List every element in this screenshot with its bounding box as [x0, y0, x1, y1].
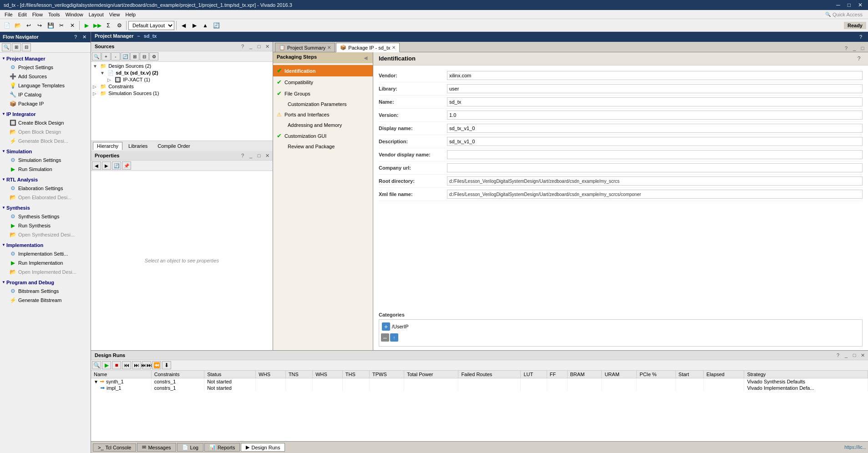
tab-libraries[interactable]: Libraries [124, 142, 152, 150]
library-input[interactable] [447, 84, 863, 93]
col-failed-routes[interactable]: Failed Routes [458, 371, 521, 378]
sources-add-button[interactable]: + [102, 52, 111, 60]
dr-minimize-button[interactable]: _ [843, 352, 850, 359]
ps-item-addressing-memory[interactable]: Addressing and Memory [273, 120, 373, 130]
nav-up-button[interactable]: ▲ [200, 20, 210, 30]
sidebar-item-package-ip[interactable]: 📦 Package IP [0, 99, 91, 108]
props-minimize-button[interactable]: _ [247, 152, 254, 159]
xml-file-name-input[interactable] [447, 190, 863, 199]
col-whs2[interactable]: WHS [313, 371, 343, 378]
col-ff[interactable]: FF [547, 371, 567, 378]
company-url-input[interactable] [447, 163, 863, 172]
tree-node-sd-tx[interactable]: ▼ 📄 sd_tx (sd_tx.v) (2) [99, 70, 272, 76]
flow-nav-collapse-button[interactable]: ⊟ [22, 43, 31, 51]
root-directory-input[interactable] [447, 176, 863, 186]
synth-button[interactable]: ⚙ [114, 20, 124, 30]
menu-file[interactable]: File [2, 11, 15, 18]
flow-nav-help-button[interactable]: ? [72, 33, 79, 40]
sources-close-button[interactable]: ✕ [264, 43, 271, 50]
nav-back-button[interactable]: ◀ [178, 20, 188, 30]
run-button[interactable]: ▶ [81, 20, 91, 30]
col-constraints[interactable]: Constraints [151, 371, 204, 378]
sidebar-item-open-implemented-design[interactable]: 📂 Open Implemented Desi... [0, 267, 91, 277]
col-status[interactable]: Status [204, 371, 256, 378]
delete-button[interactable]: ✕ [67, 20, 77, 30]
maximize-button[interactable]: □ [846, 2, 853, 8]
sources-expand-button[interactable]: ⊞ [130, 52, 139, 60]
redo-button[interactable]: ↪ [35, 20, 45, 30]
menu-help[interactable]: Help [122, 11, 138, 18]
sidebar-item-implementation-settings[interactable]: ⚙ Implementation Setti... [0, 249, 91, 258]
sidebar-item-simulation-settings[interactable]: ⚙ Simulation Settings [0, 156, 91, 165]
nav-section-synthesis-header[interactable]: ▼ Synthesis [0, 204, 91, 212]
props-float-button[interactable]: □ [255, 152, 263, 159]
menu-tools[interactable]: Tools [46, 11, 63, 18]
col-ths[interactable]: THS [342, 371, 369, 378]
sources-minimize-button[interactable]: _ [247, 43, 254, 50]
pm-help-button[interactable]: ? [857, 33, 864, 40]
col-whs[interactable]: WHS [256, 371, 286, 378]
bottom-tab-tcl-console[interactable]: >_ Tcl Console [93, 443, 136, 452]
sidebar-item-language-templates[interactable]: 💡 Language Templates [0, 81, 91, 90]
tab-close-package[interactable]: ✕ [392, 45, 396, 50]
menu-layout[interactable]: Layout [86, 11, 107, 18]
run-all-button[interactable]: ▶▶ [92, 20, 102, 30]
close-button[interactable]: ✕ [856, 2, 864, 8]
tree-node-design-sources[interactable]: ▼ 📁 Design Sources (2) [92, 63, 272, 70]
nav-section-simulation-header[interactable]: ▼ Simulation [0, 147, 91, 156]
tab-compile-order[interactable]: Compile Order [153, 142, 194, 150]
sources-help-button[interactable]: ? [239, 43, 246, 50]
sources-remove-button[interactable]: - [111, 52, 120, 60]
categories-remove-button[interactable]: – [381, 333, 389, 342]
layout-select[interactable]: Default Layout [128, 21, 174, 30]
tab-package-ip[interactable]: 📦 Package IP - sd_tx ✕ [336, 43, 400, 52]
sources-collapse-button[interactable]: ⊟ [140, 52, 149, 60]
menu-flow[interactable]: Flow [30, 11, 46, 18]
sidebar-item-project-settings[interactable]: ⚙ Project Settings [0, 63, 91, 72]
col-bram[interactable]: BRAM [567, 371, 602, 378]
flow-nav-close-button[interactable]: ✕ [81, 34, 88, 41]
refresh-button[interactable]: 🔄 [211, 20, 221, 30]
cut-button[interactable]: ✂ [56, 20, 66, 30]
vendor-input[interactable] [447, 71, 863, 80]
save-button[interactable]: 💾 [46, 20, 56, 30]
id-help-button[interactable]: ? [855, 55, 863, 62]
display-name-input[interactable] [447, 124, 863, 133]
sources-float-button[interactable]: □ [255, 43, 263, 50]
sources-refresh-button[interactable]: 🔄 [121, 52, 130, 60]
table-row[interactable]: ▼ ⮕ synth_1 constrs_1 Not started [91, 378, 868, 385]
bottom-tab-messages[interactable]: ✉ Messages [137, 443, 176, 452]
sidebar-item-run-simulation[interactable]: ▶ Run Simulation [0, 165, 91, 174]
tabs-help-button[interactable]: ? [843, 45, 850, 52]
compile-button[interactable]: Σ [103, 20, 113, 30]
undo-button[interactable]: ↩ [24, 20, 34, 30]
ps-item-file-groups[interactable]: ✔ File Groups [273, 88, 373, 99]
ps-item-compatibility[interactable]: ✔ Compatibility [273, 76, 373, 88]
col-tpws[interactable]: TPWS [370, 371, 404, 378]
vendor-display-name-input[interactable] [447, 150, 863, 159]
dr-float-button[interactable]: □ [851, 352, 858, 359]
props-close-button[interactable]: ✕ [264, 152, 271, 159]
categories-move-button[interactable]: ↑ [390, 333, 398, 342]
tree-node-ip-xact[interactable]: ▷ 🔲 IP-XACT (1) [107, 76, 272, 83]
bottom-tab-log[interactable]: 📄 Log [177, 443, 203, 452]
tree-node-simulation-sources[interactable]: ▷ 📁 Simulation Sources (1) [92, 90, 272, 97]
open-project-button[interactable]: 📂 [13, 20, 23, 30]
version-input[interactable] [447, 111, 863, 120]
sidebar-item-open-synthesized-design[interactable]: 📂 Open Synthesized Desi... [0, 230, 91, 239]
props-forward-button[interactable]: ▶ [102, 161, 111, 170]
new-project-button[interactable]: 📄 [2, 20, 12, 30]
dr-close-button[interactable]: ✕ [859, 352, 866, 359]
sidebar-item-elaboration-settings[interactable]: ⚙ Elaboration Settings [0, 184, 91, 193]
menu-view[interactable]: View [107, 11, 123, 18]
nav-section-ip-integrator-header[interactable]: ▼ IP Integrator [0, 110, 91, 118]
nav-section-implementation-header[interactable]: ▼ Implementation [0, 241, 91, 249]
sidebar-item-bitstream-settings[interactable]: ⚙ Bitstream Settings [0, 287, 91, 296]
ps-item-customization-params[interactable]: Customization Parameters [273, 99, 373, 109]
props-pin-button[interactable]: 📌 [122, 161, 131, 170]
menu-window[interactable]: Window [63, 11, 86, 18]
menu-edit[interactable]: Edit [15, 11, 30, 18]
nav-section-project-manager-header[interactable]: ▼ Project Manager [0, 55, 91, 63]
tab-close-summary[interactable]: ✕ [327, 45, 331, 50]
ps-collapse-button[interactable]: ◀ [362, 54, 369, 61]
